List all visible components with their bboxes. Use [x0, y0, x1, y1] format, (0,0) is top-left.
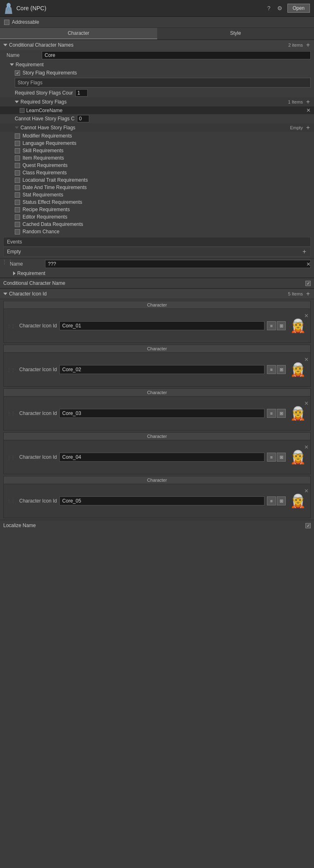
char-input-1[interactable] — [59, 321, 264, 330]
settings-icon[interactable]: ⚙ — [276, 4, 284, 12]
check-language-req: Language Requirements — [0, 140, 314, 147]
stat-req-checkbox[interactable] — [15, 192, 20, 198]
item-req-checkbox[interactable] — [15, 156, 20, 161]
check-recipe-req: Recipe Requirements — [0, 206, 314, 213]
flag-label-1: LearnCoreName — [26, 108, 63, 113]
cannot-flags-collapse-icon — [15, 126, 19, 129]
char-list-btn-3[interactable]: ≡ — [267, 409, 276, 418]
char-icon-collapse-icon[interactable] — [3, 293, 7, 295]
name-input-1[interactable] — [42, 51, 311, 59]
drag-handle-c2[interactable]: ⋮⋮ — [7, 367, 15, 372]
add-req-flag-button[interactable]: + — [305, 99, 311, 105]
name-input-2[interactable] — [45, 260, 311, 268]
status-req-checkbox[interactable] — [15, 200, 20, 205]
add-event-button[interactable]: + — [302, 248, 307, 255]
random-req-checkbox[interactable] — [15, 229, 20, 234]
name-row-2: Name ✕ — [0, 259, 314, 269]
char-card-delete-3[interactable]: ✕ — [304, 400, 309, 406]
char-card-delete-2[interactable]: ✕ — [304, 356, 309, 363]
char-input-3[interactable] — [59, 409, 264, 418]
check-skill-req: Skill Requirements — [0, 147, 314, 154]
char-list-btn-5[interactable]: ≡ — [267, 496, 276, 505]
char-grid-btn-1[interactable]: ⊞ — [277, 321, 286, 330]
req-flags-count: 1 Items — [288, 99, 303, 104]
collapse-icon[interactable] — [3, 44, 7, 46]
check-stat-req: Stat Requirements — [0, 191, 314, 198]
char-sprite-3: 🧝 — [290, 406, 306, 421]
conditional-names-section-header: Conditional Character Names 2 items + — [0, 40, 314, 50]
char-input-2[interactable] — [59, 365, 264, 374]
flag-delete-button-1[interactable]: ✕ — [306, 107, 311, 113]
cannot-have-label: Cannot Have Story Flags C — [15, 116, 75, 122]
modifier-req-checkbox[interactable] — [15, 133, 20, 139]
events-header: Empty + — [3, 247, 311, 257]
add-cannot-flag-button[interactable]: + — [305, 124, 311, 131]
char-grid-btn-3[interactable]: ⊞ — [277, 409, 286, 418]
char-card-3-header: Character — [4, 389, 310, 397]
char-grid-btn-5[interactable]: ⊞ — [277, 496, 286, 505]
skill-req-checkbox[interactable] — [15, 148, 20, 153]
char-field-label-4: Character Icon Id — [19, 454, 57, 460]
req-collapse-icon[interactable] — [10, 63, 14, 66]
char-card-2: Character ⋮⋮ Character Icon Id ≡ ⊞ 🧝 ✕ — [3, 345, 311, 387]
class-req-checkbox[interactable] — [15, 170, 20, 176]
add-char-icon-button[interactable]: + — [305, 291, 311, 297]
req-flags-collapse-icon[interactable] — [15, 101, 19, 103]
char-list-btn-1[interactable]: ≡ — [267, 321, 276, 330]
char-card-delete-4[interactable]: ✕ — [304, 444, 309, 450]
localize-checkbox[interactable] — [305, 523, 311, 528]
editor-req-checkbox[interactable] — [15, 214, 20, 220]
char-grid-btn-4[interactable]: ⊞ — [277, 453, 286, 462]
check-quest-req: Quest Requirements — [0, 162, 314, 169]
recipe-req-checkbox[interactable] — [15, 207, 20, 212]
drag-handle-c4[interactable]: ⋮⋮ — [7, 455, 15, 460]
req2-expand-icon[interactable] — [13, 271, 16, 275]
drag-handle-c3[interactable]: ⋮⋮ — [7, 411, 15, 416]
flag-checkbox-1[interactable] — [20, 108, 25, 113]
addressable-checkbox[interactable] — [4, 20, 9, 25]
cannot-flags-header: Cannot Have Story Flags Empty + — [0, 123, 314, 132]
header-right: ? ⚙ Open — [266, 4, 310, 13]
char-list-btn-2[interactable]: ≡ — [267, 365, 276, 374]
char-card-delete-1[interactable]: ✕ — [304, 313, 309, 319]
help-icon[interactable]: ? — [266, 4, 272, 12]
required-flags-header: Required Story Flags 1 Items + — [0, 97, 314, 106]
cannot-have-count-input[interactable] — [77, 115, 89, 122]
cached-req-checkbox[interactable] — [15, 222, 20, 227]
drag-handle-c5[interactable]: ⋮⋮ — [7, 499, 15, 503]
quest-req-checkbox[interactable] — [15, 163, 20, 168]
cannot-flags-label: Cannot Have Story Flags — [20, 125, 75, 131]
story-flags-label-box: Story Flags — [15, 78, 311, 88]
char-grid-btn-2[interactable]: ⊞ — [277, 365, 286, 374]
tab-style[interactable]: Style — [157, 28, 314, 39]
char-sprite-4: 🧝 — [290, 449, 306, 465]
char-card-3: Character ⋮⋮ Character Icon Id ≡ ⊞ 🧝 ✕ — [3, 388, 311, 431]
tab-character[interactable]: Character — [0, 28, 157, 39]
drag-handle-2[interactable]: ⋮⋮ — [2, 259, 13, 265]
char-input-4[interactable] — [59, 453, 264, 462]
check-status-req: Status Effect Requirements — [0, 198, 314, 206]
datetime-req-checkbox[interactable] — [15, 185, 20, 190]
check-cached-req: Cached Data Requirements — [0, 221, 314, 228]
header: Core (NPC) ? ⚙ Open — [0, 0, 314, 17]
name-label-2: Name — [10, 261, 43, 267]
required-count-input[interactable] — [75, 89, 88, 97]
cond-char-name-checkbox[interactable] — [305, 281, 311, 286]
drag-handle-c1[interactable]: ⋮⋮ — [7, 324, 15, 328]
language-req-checkbox[interactable] — [15, 141, 20, 146]
char-field-label-1: Character Icon Id — [19, 323, 57, 329]
story-flag-req-checkbox[interactable] — [15, 70, 20, 76]
add-conditional-name-button[interactable]: + — [305, 42, 311, 48]
char-input-5[interactable] — [59, 496, 264, 505]
char-card-delete-5[interactable]: ✕ — [304, 488, 309, 494]
char-card-1: Character ⋮⋮ Character Icon Id ≡ ⊞ 🧝 ✕ — [3, 301, 311, 343]
events-label: Events — [3, 237, 311, 247]
char-list-btn-4[interactable]: ≡ — [267, 453, 276, 462]
check-datetime-req: Date And Time Requirements — [0, 184, 314, 191]
locational-req-checkbox[interactable] — [15, 178, 20, 183]
char-icon-cards: Character ⋮⋮ Character Icon Id ≡ ⊞ 🧝 ✕ C… — [0, 301, 314, 518]
open-button[interactable]: Open — [287, 4, 310, 13]
char-field-label-3: Character Icon Id — [19, 410, 57, 416]
cond-char-name-label: Conditional Character Name — [3, 280, 65, 286]
item-2-delete-button[interactable]: ✕ — [306, 261, 311, 267]
